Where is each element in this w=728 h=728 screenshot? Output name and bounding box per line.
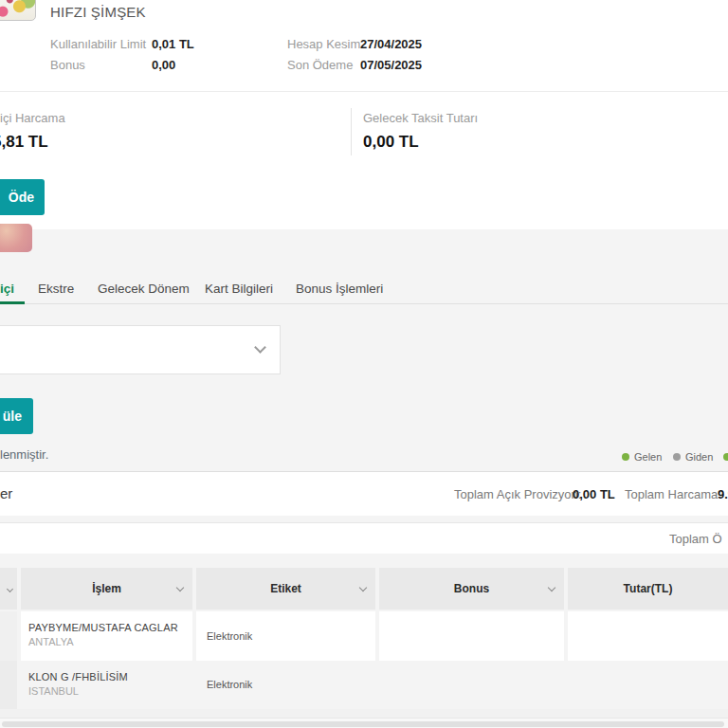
legend-incoming: Gelen: [622, 451, 662, 463]
bonus-label: Bonus: [50, 58, 85, 72]
column-header-islem-label: İşlem: [92, 582, 121, 595]
column-header-islem[interactable]: İşlem: [21, 568, 192, 610]
legend-third-dot-icon: [723, 453, 728, 461]
legend-outgoing-label: Giden: [685, 451, 713, 463]
open-provision-label: Toplam Açık Provizyon:: [454, 487, 581, 501]
column-header-bonus-label: Bonus: [454, 582, 489, 595]
tab-gelecek-donem[interactable]: Gelecek Dönem: [98, 282, 190, 296]
column-header-bonus[interactable]: Bonus: [379, 568, 564, 610]
transaction-merchant: PAYBYME/MUSTAFA CAGLAR: [28, 622, 192, 633]
transaction-tag: Elektronik: [207, 679, 375, 690]
row-cell-bonus: [379, 661, 564, 709]
row-cell-etiket: Elektronik: [196, 661, 375, 709]
tab-donem-ici[interactable]: içi: [0, 282, 14, 296]
due-date-value: 07/05/2025: [360, 58, 422, 72]
card-holder-name: HIFZI ŞİMŞEK: [50, 4, 146, 20]
chevron-down-icon: [176, 584, 184, 592]
available-limit-label: Kullanılabilir Limit: [50, 37, 146, 51]
period-dropdown[interactable]: [0, 325, 281, 374]
period-spending-label: içi Harcama: [0, 111, 65, 125]
row-cell-etiket: Elektronik: [196, 611, 375, 661]
horizontal-scrollbar[interactable]: [0, 718, 728, 728]
row-cell-islem: PAYBYME/MUSTAFA CAGLAR ANTALYA: [21, 611, 192, 661]
totals-row: er Toplam Açık Provizyon: 0,00 TL Toplam…: [0, 471, 728, 516]
vertical-divider: [351, 108, 352, 155]
total-spending-value: 9.9: [718, 487, 728, 501]
tab-kart-bilgileri[interactable]: Kart Bilgileri: [205, 282, 273, 296]
section-divider: [0, 91, 728, 92]
table-footer-strip: [0, 709, 728, 718]
credit-card-detail-page: HIFZI ŞİMŞEK Kullanılabilir Limit 0,01 T…: [0, 0, 728, 728]
banner-image-fragment: [0, 224, 32, 252]
section-heading-fragment: er: [0, 485, 12, 501]
statement-date-label: Hesap Kesim: [287, 37, 360, 51]
transaction-tag: Elektronik: [207, 630, 375, 642]
available-limit-value: 0,01 TL: [152, 37, 194, 51]
row-cell-bonus: [379, 611, 564, 661]
chevron-down-icon: [6, 585, 12, 592]
tab-ekstre[interactable]: Ekstre: [38, 282, 74, 296]
row-cell-first: [0, 611, 17, 661]
scrollbar-thumb[interactable]: [2, 721, 724, 727]
secondary-total-label: Toplam Ö: [669, 532, 722, 546]
active-tab-underline: [0, 301, 25, 304]
column-header-etiket[interactable]: Etiket: [196, 568, 375, 610]
secondary-totals-row: Toplam Ö: [0, 522, 728, 554]
open-provision-value: 0,00 TL: [573, 487, 615, 501]
column-header-etiket-label: Etiket: [270, 582, 301, 595]
chevron-down-icon: [548, 584, 555, 592]
future-installment-label: Gelecek Taksit Tutarı: [363, 111, 478, 125]
statement-date-value: 27/04/2025: [360, 37, 422, 51]
legend-incoming-label: Gelen: [634, 451, 662, 463]
tab-bar-border: [0, 303, 728, 304]
list-button[interactable]: üle: [0, 398, 33, 434]
incoming-dot-icon: [622, 453, 629, 461]
outgoing-dot-icon: [673, 453, 681, 461]
tab-bonus-islemleri[interactable]: Bonus İşlemleri: [296, 282, 383, 296]
row-cell-first: [0, 661, 17, 709]
chevron-down-icon: [359, 584, 367, 592]
column-header-tutar-label: Tutar(TL): [624, 582, 673, 595]
total-spending-label: Toplam Harcama:: [625, 487, 721, 501]
row-cell-tutar: [568, 611, 728, 661]
transaction-city: ANTALYA: [28, 636, 192, 647]
pay-button[interactable]: Öde: [0, 179, 45, 215]
column-header-tutar[interactable]: Tutar(TL): [568, 568, 728, 610]
transaction-merchant: KLON G /FHBİLİSİM: [28, 671, 192, 682]
column-header-first[interactable]: [0, 568, 17, 610]
chevron-down-icon: [254, 341, 266, 354]
card-thumbnail-image: [0, 0, 36, 21]
info-text: lenmiştir.: [0, 447, 48, 462]
period-spending-value: 5,81 TL: [0, 133, 48, 152]
due-date-label: Son Ödeme: [287, 58, 353, 72]
legend-outgoing: Giden: [673, 451, 713, 463]
transaction-city: ISTANBUL: [28, 685, 192, 697]
row-cell-islem: KLON G /FHBİLİSİM ISTANBUL: [21, 661, 192, 709]
future-installment-value: 0,00 TL: [363, 133, 419, 152]
row-cell-tutar: [568, 661, 728, 709]
bonus-value: 0,00: [152, 58, 175, 72]
